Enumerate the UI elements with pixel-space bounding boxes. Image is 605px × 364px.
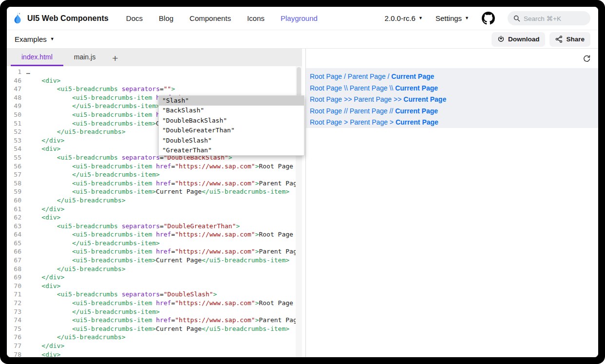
code-line[interactable]: 72 <ui5-breadcrumbs-item href="https://w… bbox=[7, 299, 302, 308]
line-number: 66 bbox=[7, 247, 21, 256]
reload-icon[interactable] bbox=[583, 55, 591, 63]
line-number: 60 bbox=[7, 196, 21, 205]
breadcrumb-current: Current Page bbox=[403, 95, 446, 103]
preview-topbar bbox=[306, 49, 598, 68]
search-input[interactable]: Search ⌘+K bbox=[508, 11, 590, 25]
breadcrumb-link[interactable]: Root Page bbox=[310, 84, 342, 92]
brand-home-link[interactable]: UI5 Web Components bbox=[12, 12, 109, 25]
breadcrumb-link[interactable]: Parent Page bbox=[350, 118, 388, 126]
breadcrumb-separator: // bbox=[342, 107, 350, 115]
line-text: </ui5-breadcrumbs-item> bbox=[21, 170, 160, 179]
code-line[interactable]: 62 <div> bbox=[7, 213, 302, 222]
code-line[interactable]: 74 <ui5-breadcrumbs-item href="https://w… bbox=[7, 316, 302, 325]
code-line[interactable]: 61 </div> bbox=[7, 205, 302, 214]
line-number: 75 bbox=[7, 325, 21, 333]
editor-tabbar: index.html main.js + bbox=[7, 49, 302, 66]
autocomplete-option[interactable]: "DoubleSlash" bbox=[159, 136, 304, 146]
breadcrumb-separator: >> bbox=[392, 95, 403, 103]
code-line[interactable]: 1… bbox=[7, 68, 302, 76]
line-number: 76 bbox=[7, 333, 21, 342]
version-dropdown[interactable]: 2.0.0-rc.6 ▼ bbox=[385, 14, 423, 22]
breadcrumb-link[interactable]: Parent Page bbox=[354, 95, 392, 103]
breadcrumb-link[interactable]: Root Page bbox=[310, 118, 342, 126]
github-icon[interactable] bbox=[482, 12, 495, 25]
code-line[interactable]: 67 <ui5-breadcrumbs-item>Current Page</u… bbox=[7, 256, 302, 265]
breadcrumb-row: Root Page >> Parent Page >> Current Page bbox=[310, 94, 598, 106]
tab-index-html[interactable]: index.html bbox=[11, 49, 63, 66]
breadcrumb-separator: \\ bbox=[342, 84, 350, 92]
code-line[interactable]: 77 </div> bbox=[7, 342, 302, 350]
nav-item-blog[interactable]: Blog bbox=[159, 14, 173, 22]
download-button[interactable]: Download bbox=[492, 32, 546, 47]
line-number: 55 bbox=[7, 153, 21, 162]
line-text: </ui5-breadcrumbs> bbox=[21, 333, 126, 342]
code-line[interactable]: 65 </ui5-breadcrumbs-item> bbox=[7, 239, 302, 248]
code-line[interactable]: 69 </div> bbox=[7, 273, 302, 282]
line-number: 50 bbox=[7, 110, 21, 119]
breadcrumb-link[interactable]: Root Page bbox=[310, 107, 342, 115]
code-line[interactable]: 73 </ui5-breadcrumbs-item> bbox=[7, 308, 302, 316]
tab-main-js[interactable]: main.js bbox=[63, 49, 106, 66]
nav-item-icons[interactable]: Icons bbox=[247, 14, 265, 22]
code-line[interactable]: 78 <div> bbox=[7, 350, 302, 357]
code-line[interactable]: 76 </ui5-breadcrumbs> bbox=[7, 333, 302, 342]
share-button[interactable]: Share bbox=[549, 32, 590, 47]
settings-label: Settings bbox=[435, 14, 462, 22]
breadcrumb-link[interactable]: Root Page bbox=[310, 73, 342, 80]
code-line[interactable]: 75 <ui5-breadcrumbs-item>Current Page</u… bbox=[7, 325, 302, 333]
share-label: Share bbox=[566, 36, 585, 43]
nav-item-playground[interactable]: Playground bbox=[281, 14, 318, 22]
settings-dropdown[interactable]: Settings ▼ bbox=[435, 14, 469, 22]
code-line[interactable]: 66 <ui5-breadcrumbs-item href="https://w… bbox=[7, 247, 302, 256]
new-tab-button[interactable]: + bbox=[106, 51, 124, 66]
code-line[interactable]: 63 <ui5-breadcrumbs separators="DoubleGr… bbox=[7, 222, 302, 231]
line-number: 73 bbox=[7, 308, 21, 316]
breadcrumb-link[interactable]: Parent Page bbox=[350, 84, 388, 92]
line-number: 78 bbox=[7, 350, 21, 357]
code-line[interactable]: 64 <ui5-breadcrumbs-item href="https://w… bbox=[7, 230, 302, 239]
line-number: 61 bbox=[7, 205, 21, 214]
line-number: 56 bbox=[7, 162, 21, 171]
examples-label: Examples bbox=[15, 35, 47, 43]
line-text: <ui5-breadcrumbs-item href="https://www.… bbox=[21, 299, 293, 308]
code-line[interactable]: 46 <div> bbox=[7, 76, 302, 85]
toolbar-actions: Download Share bbox=[492, 32, 590, 47]
breadcrumbs-demo-panel: Root Page / Parent Page / Current PageRo… bbox=[306, 68, 598, 128]
autocomplete-option[interactable]: "DoubleGreaterThan" bbox=[159, 126, 304, 135]
code-line[interactable]: 71 <ui5-breadcrumbs separators="DoubleSl… bbox=[7, 290, 302, 299]
autocomplete-option[interactable]: "Slash" bbox=[159, 96, 304, 106]
site-header: UI5 Web Components Docs Blog Components … bbox=[7, 7, 598, 30]
autocomplete-option[interactable]: "BackSlash" bbox=[159, 106, 304, 115]
examples-dropdown[interactable]: Examples ▼ bbox=[15, 35, 55, 43]
breadcrumb-link[interactable]: Root Page bbox=[310, 95, 342, 103]
breadcrumb-separator: \\ bbox=[388, 84, 396, 92]
line-number: 70 bbox=[7, 282, 21, 291]
nav-item-docs[interactable]: Docs bbox=[126, 14, 143, 22]
line-number: 54 bbox=[7, 145, 21, 153]
code-line[interactable]: 59 <ui5-breadcrumbs-item>Current Page</u… bbox=[7, 187, 302, 196]
autocomplete-option[interactable]: "GreaterThan" bbox=[159, 146, 304, 155]
line-number: 67 bbox=[7, 256, 21, 265]
download-label: Download bbox=[508, 36, 540, 43]
code-line[interactable]: 47 <ui5-breadcrumbs separators=""> bbox=[7, 85, 302, 93]
line-text: </div> bbox=[21, 342, 64, 350]
breadcrumb-link[interactable]: Parent Page bbox=[350, 107, 388, 115]
line-text: <div> bbox=[21, 282, 60, 291]
autocomplete-option[interactable]: "DoubleBackSlash" bbox=[159, 116, 304, 126]
line-number: 64 bbox=[7, 230, 21, 239]
code-line[interactable]: 56 <ui5-breadcrumbs-item href="https://w… bbox=[7, 162, 302, 171]
code-line[interactable]: 68 </ui5-breadcrumbs> bbox=[7, 265, 302, 273]
nav-item-components[interactable]: Components bbox=[189, 14, 231, 22]
chevron-down-icon: ▼ bbox=[50, 37, 55, 41]
code-line[interactable]: 57 </ui5-breadcrumbs-item> bbox=[7, 170, 302, 179]
line-text: <ui5-breadcrumbs-item href="https://www.… bbox=[21, 179, 302, 188]
code-line[interactable]: 60 </ui5-breadcrumbs> bbox=[7, 196, 302, 205]
line-number: 53 bbox=[7, 136, 21, 145]
breadcrumb-link[interactable]: Parent Page bbox=[348, 73, 386, 80]
line-text: </ui5-breadcrumbs> bbox=[21, 127, 126, 136]
code-line[interactable]: 58 <ui5-breadcrumbs-item href="https://w… bbox=[7, 179, 302, 188]
breadcrumb-current: Current Page bbox=[395, 84, 438, 92]
code-line[interactable]: 70 <div> bbox=[7, 282, 302, 291]
line-number: 48 bbox=[7, 93, 21, 102]
app: UI5 Web Components Docs Blog Components … bbox=[7, 7, 598, 357]
